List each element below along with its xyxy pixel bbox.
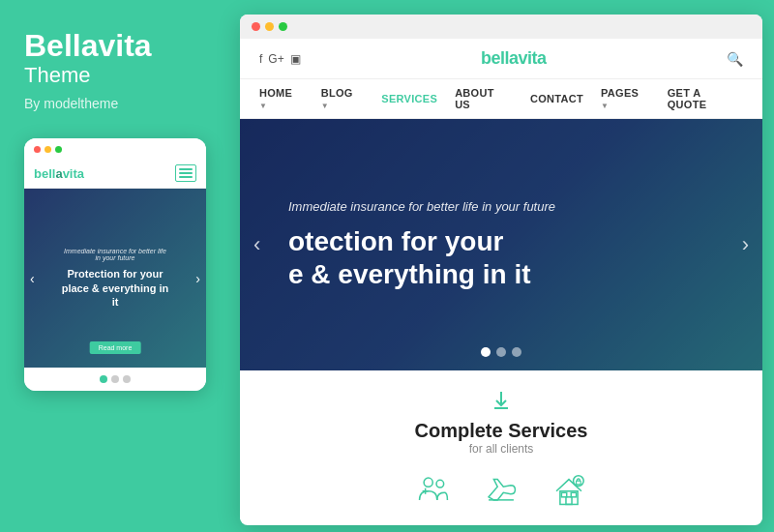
brand-theme: Theme xyxy=(24,63,203,88)
mobile-dot-1[interactable] xyxy=(100,375,107,383)
svg-rect-10 xyxy=(571,492,576,497)
nav-pages[interactable]: PAGES ▼ xyxy=(601,87,650,110)
mobile-nav: bellavita xyxy=(24,159,206,189)
mobile-dot-2[interactable] xyxy=(111,375,119,383)
facebook-icon[interactable]: f xyxy=(259,52,262,66)
svg-rect-8 xyxy=(566,497,572,505)
services-title: Complete Services xyxy=(259,420,743,442)
services-top-icon xyxy=(259,390,743,416)
service-icon-travel xyxy=(482,471,521,510)
nav-blog[interactable]: BLOG ▼ xyxy=(321,87,365,110)
menu-line-2 xyxy=(179,172,193,174)
nav-about[interactable]: ABOUT US xyxy=(455,87,513,110)
browser-dot-red xyxy=(252,22,260,31)
service-card-3 xyxy=(550,471,588,510)
mobile-next-arrow[interactable]: › xyxy=(195,271,200,286)
browser-dot-green xyxy=(279,22,287,31)
mobile-logo: bellavita xyxy=(34,166,84,181)
mobile-dot-yellow xyxy=(45,146,51,153)
mobile-mockup: bellavita ‹ Immediate insurance for bett… xyxy=(24,138,206,391)
mobile-hero-content: Immediate insurance for better lifein yo… xyxy=(62,248,169,309)
services-section: Complete Services for all clients xyxy=(240,370,762,519)
googleplus-icon[interactable]: G+ xyxy=(268,52,283,66)
mobile-dot-red xyxy=(34,146,41,153)
brand-by: By modeltheme xyxy=(24,96,203,111)
svg-rect-9 xyxy=(561,492,566,497)
mobile-topbar xyxy=(24,138,206,159)
service-card-1 xyxy=(414,471,453,510)
hero-heading: otection for your e & everything in it xyxy=(288,225,555,290)
hero-line-2: e & everything in it xyxy=(288,259,531,289)
svg-point-3 xyxy=(436,480,444,488)
svg-point-2 xyxy=(424,478,432,487)
mobile-prev-arrow[interactable]: ‹ xyxy=(30,271,35,286)
hero-dot-2[interactable] xyxy=(496,347,506,357)
site-top-nav: f G+ ▣ bellavita 🔍 xyxy=(240,39,762,79)
nav-services[interactable]: SERVICES xyxy=(381,93,437,104)
nav-home[interactable]: HOME ▼ xyxy=(259,87,304,110)
browser-mockup: f G+ ▣ bellavita 🔍 HOME ▼ BLOG ▼ SERVICE… xyxy=(240,15,762,525)
mobile-hero: ‹ Immediate insurance for better lifein … xyxy=(24,189,206,368)
site-hero-content: Immediate insurance for better life in y… xyxy=(288,199,555,290)
site-hero: ‹ Immediate insurance for better life in… xyxy=(240,119,762,370)
service-icon-home xyxy=(550,471,588,510)
service-card-2 xyxy=(482,471,521,510)
services-subtitle: for all clients xyxy=(259,442,743,456)
hero-line-1: otection for your xyxy=(288,226,503,256)
hero-dot-3[interactable] xyxy=(512,347,521,357)
service-icon-people xyxy=(414,471,453,510)
hero-next-arrow[interactable]: › xyxy=(742,232,749,257)
nav-quote[interactable]: GET A QUOTE xyxy=(668,87,743,110)
mobile-slide-dots xyxy=(24,368,206,391)
mobile-dot-3[interactable] xyxy=(123,375,131,383)
mobile-menu-icon[interactable] xyxy=(175,164,196,182)
browser-dot-yellow xyxy=(265,22,274,31)
mobile-hero-tagline: Immediate insurance for better lifein yo… xyxy=(62,248,169,261)
hero-dot-1[interactable] xyxy=(481,347,491,357)
hero-slide-dots xyxy=(481,347,521,357)
mobile-read-more-button[interactable]: Read more xyxy=(90,341,141,354)
site-logo: bellavita xyxy=(481,48,547,69)
menu-line-1 xyxy=(179,168,193,170)
menu-line-3 xyxy=(179,176,193,178)
social-links: f G+ ▣ xyxy=(259,52,301,66)
instagram-icon[interactable]: ▣ xyxy=(290,52,301,66)
browser-topbar xyxy=(240,15,762,39)
services-header: Complete Services for all clients xyxy=(259,390,743,456)
left-panel: Bellavita Theme By modeltheme bellavita … xyxy=(0,0,227,532)
services-cards xyxy=(259,471,743,510)
hero-tagline: Immediate insurance for better life in y… xyxy=(288,199,555,214)
site-main-nav: HOME ▼ BLOG ▼ SERVICES ABOUT US CONTACT … xyxy=(240,79,762,119)
brand-name: Bellavita xyxy=(24,29,203,63)
mobile-hero-heading: Protection for yourplace & everything in… xyxy=(62,267,169,309)
hero-prev-arrow[interactable]: ‹ xyxy=(253,232,260,257)
search-icon[interactable]: 🔍 xyxy=(727,51,743,67)
mobile-dot-green xyxy=(55,146,62,153)
nav-contact[interactable]: CONTACT xyxy=(530,93,583,104)
